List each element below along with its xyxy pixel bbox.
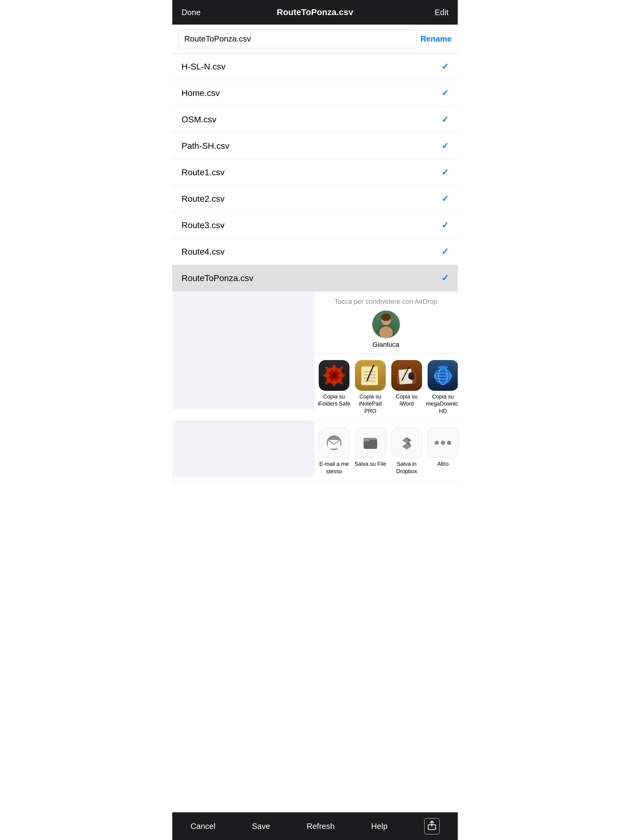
bottom-padding [172, 482, 458, 509]
file-name: Route1.csv [182, 167, 225, 177]
svg-point-44 [441, 441, 445, 445]
altro-icon [427, 427, 458, 458]
file-name: Route3.csv [182, 221, 225, 230]
apps-row: Copia su iFolders Safe [172, 354, 458, 421]
iword-svg [394, 363, 419, 388]
airdrop-section: Tocca per condividere con AirDrop [314, 292, 458, 354]
rename-button[interactable]: Rename [421, 34, 451, 44]
checkmark: ✓ [442, 194, 448, 204]
checkmark: ✓ [442, 273, 448, 283]
airdrop-person[interactable]: Gianluca [320, 311, 451, 349]
svg-point-43 [435, 441, 439, 445]
altro-label: Altro [437, 461, 448, 467]
nav-bar: Done RouteToPonza.csv Edit [172, 0, 458, 25]
email-svg [325, 435, 343, 450]
files-icon [355, 427, 386, 458]
refresh-tab[interactable]: Refresh [307, 821, 335, 831]
file-item-5[interactable]: Route2.csv ✓ [172, 186, 458, 212]
file-name: Path-SH.csv [182, 141, 230, 151]
file-item-0[interactable]: H-SL-N.csv ✓ [172, 54, 458, 80]
files-svg [361, 434, 380, 452]
file-item-4[interactable]: Route1.csv ✓ [172, 159, 458, 186]
dropbox-icon [391, 427, 422, 458]
actions-section: E-mail a me stesso Salva su File [314, 421, 463, 481]
edit-button[interactable]: Edit [424, 8, 448, 17]
cancel-tab[interactable]: Cancel [190, 821, 215, 831]
action-altro[interactable]: Altro [426, 427, 460, 475]
svg-rect-40 [364, 438, 370, 442]
rename-bar: Rename [172, 25, 458, 54]
iword-label: Copia su iWord [390, 393, 424, 408]
file-item-6[interactable]: Route3.csv ✓ [172, 212, 458, 238]
airdrop-title: Tocca per condividere con AirDrop [320, 298, 451, 306]
file-item-7[interactable]: Route4.csv ✓ [172, 238, 458, 265]
done-button[interactable]: Done [182, 8, 206, 17]
actions-row: E-mail a me stesso Salva su File [172, 421, 458, 482]
save-tab[interactable]: Save [252, 821, 270, 831]
inotepad-label: Copia su iNotePad PRO [353, 393, 387, 415]
mega-icon [427, 360, 458, 391]
empty-left [172, 292, 314, 353]
avatar [372, 311, 400, 338]
ifolders-label: Copia su iFolders Safe [317, 393, 351, 408]
file-name: OSM.csv [182, 115, 217, 125]
svg-point-7 [332, 373, 337, 378]
file-item-3[interactable]: Path-SH.csv ✓ [172, 133, 458, 159]
email-label: E-mail a me stesso [317, 461, 351, 475]
action-files[interactable]: Salva su File [353, 427, 387, 475]
checkmark: ✓ [442, 167, 448, 177]
rename-input[interactable] [179, 30, 417, 48]
cancel-label: Cancel [190, 821, 215, 831]
app-ifolders[interactable]: Copia su iFolders Safe [317, 360, 351, 415]
mega-svg [431, 363, 455, 388]
inotepad-icon [355, 360, 386, 391]
app-mega[interactable]: Copia su megaDownloader HD [426, 360, 458, 415]
file-name: Route2.csv [182, 194, 225, 204]
help-tab[interactable]: Help [371, 821, 387, 831]
checkmark: ✓ [442, 62, 448, 72]
dropbox-svg [397, 434, 416, 452]
save-label: Save [252, 821, 270, 831]
action-email[interactable]: E-mail a me stesso [317, 427, 351, 475]
refresh-label: Refresh [307, 821, 335, 831]
checkmark: ✓ [442, 141, 448, 151]
airdrop-person-name: Gianluca [372, 341, 399, 349]
checkmark: ✓ [442, 220, 448, 230]
files-label: Salva su File [355, 461, 386, 467]
empty-left-actions [172, 421, 314, 477]
app-iword[interactable]: Copia su iWord [390, 360, 424, 415]
mega-label: Copia su megaDownloader HD [426, 393, 458, 415]
svg-point-28 [409, 374, 414, 376]
file-list: H-SL-N.csv ✓ Home.csv ✓ OSM.csv ✓ Path-S… [172, 54, 458, 292]
apps-section: Copia su iFolders Safe [314, 354, 458, 421]
inotepad-svg [358, 363, 383, 388]
svg-point-35 [438, 366, 448, 369]
dropbox-label: Salva in Dropbox [390, 461, 424, 475]
checkmark: ✓ [442, 88, 448, 98]
file-item-2[interactable]: OSM.csv ✓ [172, 106, 458, 133]
avatar-image [372, 311, 400, 338]
ifolders-svg [323, 365, 345, 386]
share-icon [427, 820, 436, 830]
action-dropbox[interactable]: Salva in Dropbox [390, 427, 424, 475]
file-item-1[interactable]: Home.csv ✓ [172, 80, 458, 106]
altro-svg [434, 440, 452, 446]
file-name: Route4.csv [182, 247, 225, 257]
file-item-8[interactable]: RouteToPonza.csv ✓ [172, 265, 458, 292]
app-inotepad[interactable]: Copia su iNotePad PRO [353, 360, 387, 415]
tab-bar: Cancel Save Refresh Help [172, 812, 458, 840]
svg-point-4 [381, 314, 391, 321]
share-button[interactable] [424, 818, 440, 834]
checkmark: ✓ [442, 246, 448, 257]
file-name: RouteToPonza.csv [182, 273, 253, 283]
checkmark: ✓ [442, 114, 448, 125]
help-label: Help [371, 821, 387, 831]
airdrop-row: Tocca per condividere con AirDrop [172, 292, 458, 354]
screen: Done RouteToPonza.csv Edit Rename H-SL-N… [172, 0, 458, 509]
iword-icon [391, 360, 422, 391]
ifolders-icon [319, 360, 350, 391]
nav-title: RouteToPonza.csv [206, 7, 424, 17]
file-name: H-SL-N.csv [182, 62, 225, 72]
empty-left-apps [172, 354, 314, 409]
svg-point-45 [447, 441, 451, 445]
